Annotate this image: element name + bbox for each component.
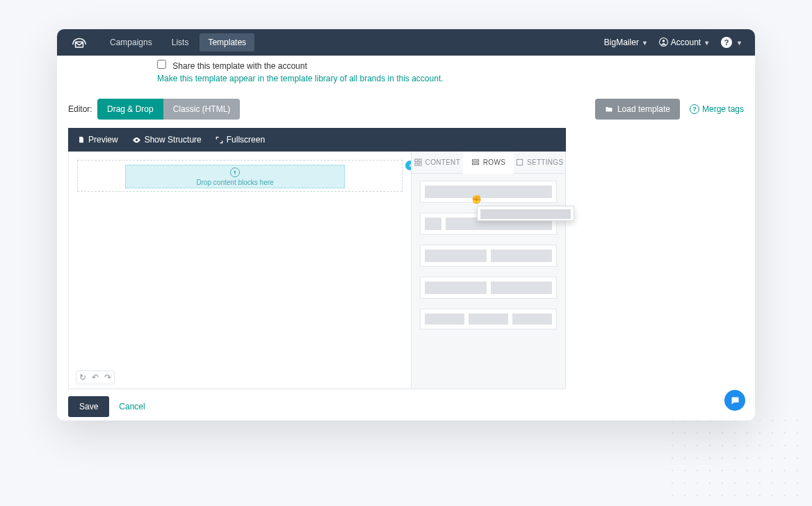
svg-rect-10 [517,159,522,165]
nav-campaigns[interactable]: Campaigns [102,33,161,51]
user-circle-icon [659,38,668,47]
account-dropdown-label: Account [671,38,701,47]
share-checkbox[interactable] [157,60,166,69]
grab-cursor-icon: ✊ [471,195,482,204]
question-circle-icon: ? [690,104,699,114]
dropzone-label: Drop content blocks here [196,179,273,186]
rows-icon [471,158,480,166]
builder-toolbar: Preview Show Structure Fullscreen [68,128,566,152]
tab-rows[interactable]: ROWS [463,152,514,174]
row-template-1col[interactable] [420,181,557,203]
row-template-2col[interactable] [420,245,557,267]
merge-tags-label: Merge tags [702,104,744,114]
cancel-link[interactable]: Cancel [119,402,145,411]
editor-classic-button[interactable]: Classic (HTML) [163,99,241,120]
svg-point-2 [663,40,665,42]
decorative-dots [666,414,805,498]
svg-point-3 [136,138,138,140]
caret-down-icon: ▼ [642,40,648,47]
preview-button[interactable]: Preview [78,135,118,145]
svg-rect-6 [415,163,418,165]
history-reset-button[interactable]: ↻ [79,373,86,382]
fullscreen-label: Fullscreen [227,135,265,145]
eye-icon [132,136,141,145]
share-help-text: Make this template appear in the templat… [68,74,744,83]
builder-panel: Preview Show Structure Fullscreen [68,128,566,389]
folder-icon [605,105,613,113]
tab-settings[interactable]: SETTINGS [514,152,565,173]
history-bar: ↻ ↶ ↷ [76,370,115,384]
brand-logo-icon [70,35,89,49]
file-icon [78,136,85,144]
chat-bubble-icon [730,395,740,406]
dragging-row-ghost [477,206,574,221]
share-checkbox-label: Share this template with the account [172,61,307,71]
load-template-label: Load template [617,104,670,114]
expand-icon [216,136,223,144]
redo-button[interactable]: ↷ [104,373,111,382]
svg-rect-5 [419,159,421,162]
tab-rows-label: ROWS [483,158,505,166]
help-dropdown[interactable]: ?▼ [721,37,742,48]
help-icon: ? [721,37,732,48]
square-icon [516,158,523,166]
app-window: Campaigns Lists Templates BigMailer▼ Acc… [57,29,755,421]
builder-side-panel: CONTENT ROWS SETTINGS [411,152,565,389]
upload-circle-icon [230,168,240,177]
svg-rect-8 [472,159,478,161]
undo-button[interactable]: ↶ [92,373,99,382]
nav-templates[interactable]: Templates [200,33,254,51]
merge-tags-link[interactable]: ? Merge tags [690,104,744,114]
tab-settings-label: SETTINGS [527,158,563,166]
chat-fab[interactable] [724,390,745,411]
rows-template-list [412,174,565,336]
share-checkbox-row: Share this template with the account [68,60,744,71]
save-button[interactable]: Save [68,396,109,417]
brand-dropdown[interactable]: BigMailer▼ [604,38,648,47]
svg-rect-4 [415,159,418,162]
tab-content[interactable]: CONTENT [412,152,463,173]
editor-dragdrop-button[interactable]: Drag & Drop [97,99,163,120]
preview-label: Preview [88,135,118,145]
caret-down-icon: ▼ [736,40,742,47]
row-template-3col[interactable] [420,309,557,329]
tab-content-label: CONTENT [425,158,460,166]
row-template-2col-wide[interactable] [420,277,557,299]
brand-dropdown-label: BigMailer [604,38,639,47]
editor-type-segment: Drag & Drop Classic (HTML) [97,99,240,120]
dropzone[interactable]: Drop content blocks here [125,165,345,188]
show-structure-label: Show Structure [145,135,202,145]
editor-label: Editor: [68,104,89,114]
fullscreen-button[interactable]: Fullscreen [216,135,265,145]
svg-rect-9 [472,163,478,164]
top-navbar: Campaigns Lists Templates BigMailer▼ Acc… [57,29,755,56]
nav-lists[interactable]: Lists [163,33,197,51]
show-structure-button[interactable]: Show Structure [132,135,202,145]
account-dropdown[interactable]: Account▼ [659,38,710,47]
canvas-row-frame: Drop content blocks here [77,160,403,192]
load-template-button[interactable]: Load template [595,99,680,120]
builder-canvas[interactable]: Drop content blocks here ↻ ↶ ↷ [69,152,411,389]
caret-down-icon: ▼ [704,40,710,47]
svg-rect-7 [419,163,421,165]
grid-icon [414,158,422,166]
